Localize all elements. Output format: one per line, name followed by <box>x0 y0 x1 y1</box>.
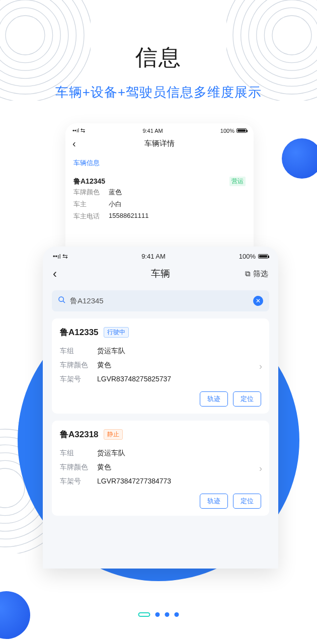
detail-value: 蓝色 <box>109 188 122 197</box>
pager-dot[interactable] <box>175 612 179 617</box>
svg-point-21 <box>59 297 63 301</box>
hero-title: 信息 <box>0 43 317 72</box>
detail-nav-title: 车辆详情 <box>144 139 175 148</box>
battery-percent: 100% <box>239 253 256 260</box>
track-button[interactable]: 轨迹 <box>200 494 228 509</box>
decorative-dot <box>282 138 317 179</box>
detail-label: 车主电话 <box>73 212 109 221</box>
clock: 9:41 AM <box>141 253 166 260</box>
value-vin: LGVR73847277384773 <box>97 477 171 486</box>
page-indicator <box>138 612 179 617</box>
value-group: 货运车队 <box>97 347 125 356</box>
list-nav: ‹ 车辆 ⧉ 筛选 <box>43 260 278 288</box>
clock: 9:41 AM <box>142 128 163 134</box>
locate-button[interactable]: 定位 <box>233 494 261 509</box>
signal-icon: ••ıl ⇆ <box>53 253 68 260</box>
vehicle-list-item[interactable]: 鲁A32318 静止 车组货运车队 车牌颜色黄色 车架号LGVR73847277… <box>52 421 269 516</box>
track-button[interactable]: 轨迹 <box>200 391 228 407</box>
vehicle-plate: 鲁A32318 <box>60 429 99 440</box>
status-tag-driving: 行驶中 <box>104 327 129 338</box>
back-button[interactable]: ‹ <box>53 267 57 281</box>
status-bar: ••ıl ⇆ 9:41 AM 100% <box>65 123 254 134</box>
detail-label: 车牌颜色 <box>73 188 109 197</box>
battery-icon <box>258 254 268 259</box>
value-color: 黄色 <box>97 463 111 472</box>
detail-nav: ‹ 车辆详情 <box>65 134 254 154</box>
status-tag-stopped: 静止 <box>104 429 123 440</box>
detail-section-title: 车辆信息 <box>65 154 254 172</box>
decorative-dot <box>0 591 30 639</box>
clear-search-button[interactable]: ✕ <box>253 296 263 306</box>
signal-icon: ••ıl ⇆ <box>72 127 85 134</box>
search-value: 鲁A12345 <box>70 296 253 306</box>
chevron-right-icon: › <box>259 361 262 371</box>
value-color: 黄色 <box>97 361 111 370</box>
operation-badge: 营运 <box>229 177 246 186</box>
battery-percent: 100% <box>220 128 234 134</box>
chevron-right-icon: › <box>259 463 262 473</box>
value-vin: LGVR83748275825737 <box>97 375 171 384</box>
back-button[interactable]: ‹ <box>72 138 76 149</box>
vehicle-plate: 鲁A12335 <box>60 327 99 338</box>
label-group: 车组 <box>60 449 97 458</box>
vehicle-detail-card: ••ıl ⇆ 9:41 AM 100% ‹ 车辆详情 车辆信息 鲁A12345 … <box>65 123 254 249</box>
label-vin: 车架号 <box>60 375 97 384</box>
detail-plate: 鲁A12345 <box>73 177 105 186</box>
value-group: 货运车队 <box>97 449 125 458</box>
svg-line-22 <box>63 301 65 303</box>
status-bar: ••ıl ⇆ 9:41 AM 100% <box>43 247 278 260</box>
detail-value: 小白 <box>109 200 122 209</box>
pager-dot[interactable] <box>155 612 160 617</box>
list-nav-title: 车辆 <box>151 267 170 280</box>
label-color: 车牌颜色 <box>60 463 97 472</box>
locate-button[interactable]: 定位 <box>233 391 261 407</box>
detail-label: 车主 <box>73 200 109 209</box>
copy-icon: ⧉ <box>245 269 251 278</box>
hero-subtitle: 车辆+设备+驾驶员信息多维度展示 <box>0 84 317 101</box>
filter-label: 筛选 <box>253 269 268 279</box>
filter-button[interactable]: ⧉ 筛选 <box>245 269 268 279</box>
vehicle-list-card: ••ıl ⇆ 9:41 AM 100% ‹ 车辆 ⧉ 筛选 鲁A12345 ✕ … <box>43 247 278 569</box>
label-color: 车牌颜色 <box>60 361 97 370</box>
search-input[interactable]: 鲁A12345 ✕ <box>52 290 269 311</box>
pager-pill <box>138 612 150 617</box>
search-icon <box>58 296 66 306</box>
svg-point-14 <box>0 468 25 508</box>
battery-icon <box>236 128 247 133</box>
label-group: 车组 <box>60 347 97 356</box>
detail-value: 15588621111 <box>109 212 149 221</box>
vehicle-list-item[interactable]: 鲁A12335 行驶中 车组货运车队 车牌颜色黄色 车架号LGVR8374827… <box>52 318 269 414</box>
label-vin: 车架号 <box>60 477 97 486</box>
pager-dot[interactable] <box>165 612 170 617</box>
